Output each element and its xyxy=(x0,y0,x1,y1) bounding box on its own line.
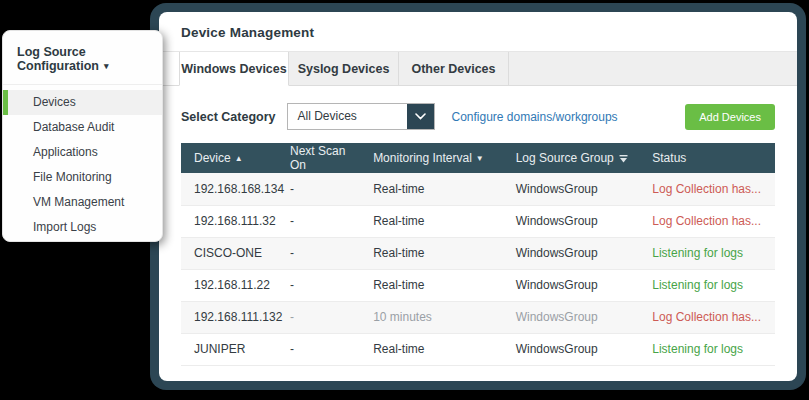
sort-desc-icon: ▼ xyxy=(476,154,484,163)
sidebar-item-devices[interactable]: Devices xyxy=(3,90,162,115)
controls-row: Select Category All Devices Configure do… xyxy=(159,86,797,143)
table-header-row: Device▲ Next Scan On Monitoring Interval… xyxy=(181,143,775,173)
col-header-device[interactable]: Device▲ xyxy=(181,143,282,173)
page-title: Device Management xyxy=(159,12,797,52)
cell-device: JUNIPER xyxy=(181,333,282,365)
select-category-label: Select Category xyxy=(181,110,275,124)
cell-next-scan: - xyxy=(282,237,365,269)
log-source-configuration-label: Log Source Configuration xyxy=(17,45,99,73)
table-row[interactable]: 192.168.11.22 - Real-time WindowsGroup L… xyxy=(181,269,775,301)
cell-device: 192.168.11.22 xyxy=(181,269,282,301)
col-header-status-label: Status xyxy=(652,151,686,165)
cell-device: 192.168.168.134 xyxy=(181,173,282,205)
log-source-configuration-menu: Log Source Configuration▾ Devices Databa… xyxy=(2,30,163,242)
category-dropdown-value: All Devices xyxy=(288,104,407,129)
cell-group: WindowsGroup xyxy=(508,333,645,365)
category-dropdown[interactable]: All Devices xyxy=(287,103,435,130)
col-header-next-scan[interactable]: Next Scan On xyxy=(282,143,365,173)
device-management-panel: Device Management Windows Devices Syslog… xyxy=(150,3,806,390)
cell-status[interactable]: Listening for logs xyxy=(644,333,775,365)
sidebar-item-database-audit[interactable]: Database Audit xyxy=(3,115,162,140)
sidebar-menu: Devices Database Audit Applications File… xyxy=(3,85,162,246)
cell-device: 192.168.111.132 xyxy=(181,301,282,333)
sidebar-item-applications[interactable]: Applications xyxy=(3,140,162,165)
cell-interval: Real-time xyxy=(365,173,508,205)
table-row[interactable]: 192.168.111.32 - Real-time WindowsGroup … xyxy=(181,205,775,237)
sidebar-item-vm-management[interactable]: VM Management xyxy=(3,190,162,215)
tab-syslog-devices[interactable]: Syslog Devices xyxy=(289,52,399,86)
table-row[interactable]: 192.168.168.134 - Real-time WindowsGroup… xyxy=(181,173,775,205)
cell-group: WindowsGroup xyxy=(508,269,645,301)
table-row[interactable]: JUNIPER - Real-time WindowsGroup Listeni… xyxy=(181,333,775,365)
col-header-device-label: Device xyxy=(194,151,231,165)
cell-status[interactable]: Log Collection has... xyxy=(644,173,775,205)
cell-interval: Real-time xyxy=(365,333,508,365)
cell-interval: Real-time xyxy=(365,269,508,301)
tab-other-devices[interactable]: Other Devices xyxy=(399,52,509,86)
cell-next-scan: - xyxy=(282,301,365,333)
log-source-configuration-dropdown[interactable]: Log Source Configuration▾ xyxy=(3,31,162,85)
filter-icon[interactable] xyxy=(619,155,628,163)
add-devices-button[interactable]: Add Devices xyxy=(685,104,775,130)
cell-status[interactable]: Log Collection has... xyxy=(644,205,775,237)
cell-interval: Real-time xyxy=(365,237,508,269)
col-header-group[interactable]: Log Source Group xyxy=(508,143,645,173)
cell-next-scan: - xyxy=(282,269,365,301)
cell-device: CISCO-ONE xyxy=(181,237,282,269)
sidebar-item-import-logs[interactable]: Import Logs xyxy=(3,215,162,240)
sort-asc-icon: ▲ xyxy=(235,154,243,163)
col-header-group-label: Log Source Group xyxy=(516,151,614,165)
cell-group: WindowsGroup xyxy=(508,237,645,269)
tab-bar-filler xyxy=(509,52,797,86)
table-row[interactable]: CISCO-ONE - Real-time WindowsGroup Liste… xyxy=(181,237,775,269)
caret-down-icon: ▾ xyxy=(104,61,109,71)
cell-next-scan: - xyxy=(282,205,365,237)
tab-bar: Windows Devices Syslog Devices Other Dev… xyxy=(159,52,797,86)
configure-domains-link[interactable]: Configure domains/workgroups xyxy=(451,110,617,124)
cell-next-scan: - xyxy=(282,333,365,365)
sidebar-item-file-monitoring[interactable]: File Monitoring xyxy=(3,165,162,190)
devices-table-wrap: Device▲ Next Scan On Monitoring Interval… xyxy=(181,143,775,366)
cell-interval: Real-time xyxy=(365,205,508,237)
cell-group: WindowsGroup xyxy=(508,173,645,205)
devices-table: Device▲ Next Scan On Monitoring Interval… xyxy=(181,143,775,366)
cell-status[interactable]: Listening for logs xyxy=(644,237,775,269)
cell-interval: 10 minutes xyxy=(365,301,508,333)
cell-device: 192.168.111.32 xyxy=(181,205,282,237)
panel-content: Device Management Windows Devices Syslog… xyxy=(159,12,797,381)
col-header-interval[interactable]: Monitoring Interval▼ xyxy=(365,143,508,173)
cell-next-scan: - xyxy=(282,173,365,205)
cell-status[interactable]: Listening for logs xyxy=(644,269,775,301)
cell-status[interactable]: Log Collection has... xyxy=(644,301,775,333)
table-row[interactable]: 192.168.111.132 - 10 minutes WindowsGrou… xyxy=(181,301,775,333)
cell-group: WindowsGroup xyxy=(508,205,645,237)
tab-windows-devices[interactable]: Windows Devices xyxy=(179,52,289,86)
col-header-status[interactable]: Status xyxy=(644,143,775,173)
chevron-down-icon xyxy=(407,104,434,129)
cell-group: WindowsGroup xyxy=(508,301,645,333)
col-header-interval-label: Monitoring Interval xyxy=(373,151,472,165)
col-header-next-scan-label: Next Scan On xyxy=(290,144,345,172)
